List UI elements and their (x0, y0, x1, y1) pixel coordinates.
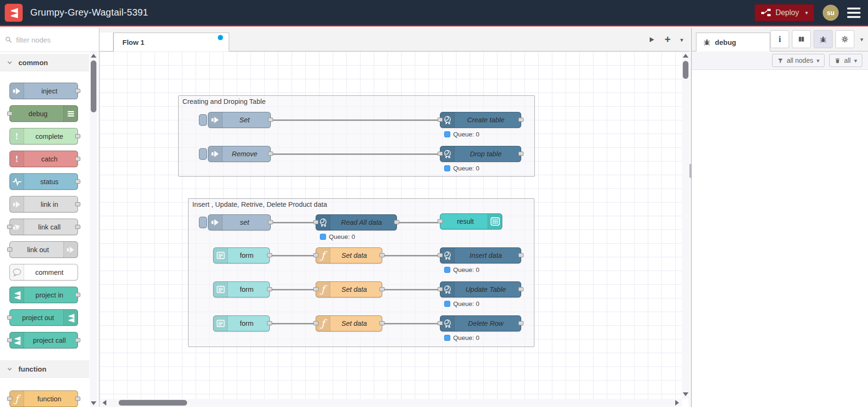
palette-node-catch[interactable]: ! catch (9, 151, 78, 167)
scroll-down-icon[interactable] (683, 392, 688, 396)
input-port[interactable] (438, 118, 443, 122)
flow-node-drop-table[interactable]: Drop table (440, 146, 521, 162)
canvas-horizontal-scrollbar[interactable] (100, 399, 682, 407)
input-port[interactable] (7, 225, 12, 229)
add-flow-button[interactable]: + (665, 34, 671, 45)
info-tab-button[interactable]: i (770, 30, 789, 48)
flow-canvas[interactable]: Creating and Droping Table Set Create ta… (100, 51, 690, 407)
palette-node-link-out[interactable]: link out (9, 241, 78, 258)
wire[interactable] (270, 222, 317, 223)
wire[interactable] (381, 323, 441, 324)
palette-search-input[interactable] (16, 36, 82, 44)
output-port[interactable] (75, 338, 80, 342)
input-port[interactable] (7, 397, 12, 401)
palette-node-project-call[interactable]: project call (9, 332, 78, 348)
output-port[interactable] (394, 220, 399, 224)
output-port[interactable] (75, 134, 80, 138)
flow-node-result-table[interactable]: result (440, 213, 502, 229)
wire[interactable] (381, 255, 441, 256)
user-avatar[interactable]: su (823, 5, 839, 21)
input-port[interactable] (313, 253, 318, 257)
wire[interactable] (270, 153, 441, 155)
debug-filter-button[interactable]: all nodes ▾ (772, 54, 825, 67)
input-port[interactable] (7, 111, 12, 116)
input-port[interactable] (438, 152, 443, 156)
output-port[interactable] (518, 118, 524, 122)
wire[interactable] (270, 119, 441, 121)
input-port[interactable] (7, 247, 12, 252)
flow-node-form-1[interactable]: form (213, 247, 270, 263)
main-menu-button[interactable] (847, 8, 860, 18)
output-port[interactable] (75, 157, 80, 161)
input-port[interactable] (438, 287, 443, 291)
input-port[interactable] (438, 321, 443, 325)
output-port[interactable] (267, 287, 272, 291)
tab-debug[interactable]: debug (696, 33, 770, 51)
wire[interactable] (269, 323, 317, 324)
flow-node-inject-set[interactable]: Set (208, 112, 271, 128)
flow-list-caret-icon[interactable]: ▾ (680, 36, 683, 43)
output-port[interactable] (75, 293, 80, 297)
palette-node-complete[interactable]: ! complete (9, 128, 78, 144)
scroll-up-icon[interactable] (91, 54, 96, 58)
wire[interactable] (381, 289, 441, 290)
palette-node-function[interactable]: ƒ function (9, 390, 78, 407)
scrollbar-thumb[interactable] (683, 61, 688, 79)
palette-scrollbar[interactable] (90, 52, 97, 407)
deploy-button[interactable]: Deploy ▾ (755, 4, 814, 21)
flow-node-function-set-data-3[interactable]: ƒ Set data (316, 315, 382, 331)
flow-node-form-3[interactable]: form (213, 315, 270, 331)
input-port[interactable] (313, 321, 318, 325)
palette-category-common[interactable]: common (0, 54, 89, 71)
tab-flow-1[interactable]: Flow 1 (113, 33, 229, 51)
output-port[interactable] (75, 225, 80, 229)
output-port[interactable] (267, 321, 272, 325)
scroll-down-icon[interactable] (91, 401, 96, 405)
flow-node-function-set-data-2[interactable]: ƒ Set data (316, 281, 382, 297)
tab-scroll-right-icon[interactable] (648, 36, 655, 43)
scrollbar-thumb[interactable] (91, 60, 96, 112)
palette-node-comment[interactable]: comment (9, 264, 78, 280)
palette-node-inject[interactable]: inject (9, 83, 78, 99)
input-port[interactable] (7, 338, 12, 342)
output-port[interactable] (379, 287, 385, 291)
flow-node-read-all-data[interactable]: Read All data (316, 214, 397, 230)
sidebar-options-caret-icon[interactable]: ▾ (860, 36, 863, 43)
palette-node-status[interactable]: status (9, 173, 78, 190)
flow-node-create-table[interactable]: Create table (440, 112, 521, 128)
flow-node-inject-remove[interactable]: Remove (208, 146, 271, 162)
help-tab-button[interactable] (792, 30, 811, 48)
output-port[interactable] (518, 253, 524, 257)
scroll-up-icon[interactable] (683, 54, 688, 58)
input-port[interactable] (7, 315, 12, 320)
canvas-vertical-scrollbar[interactable] (682, 51, 690, 399)
input-port[interactable] (438, 253, 443, 257)
inject-button[interactable] (199, 148, 207, 160)
wire[interactable] (269, 255, 317, 256)
scrollbar-thumb[interactable] (119, 400, 187, 406)
output-port[interactable] (268, 118, 273, 122)
group-creating-dropping-table[interactable]: Creating and Droping Table (178, 95, 535, 177)
inject-button[interactable] (199, 217, 207, 228)
flow-node-form-2[interactable]: form (213, 281, 270, 297)
output-port[interactable] (75, 397, 80, 401)
palette-node-link-call[interactable]: link call (9, 219, 78, 235)
output-port[interactable] (75, 202, 80, 206)
palette-category-function[interactable]: function (0, 360, 89, 378)
debug-tab-button[interactable] (814, 30, 833, 48)
wire[interactable] (396, 222, 441, 223)
output-port[interactable] (75, 89, 80, 93)
scroll-right-icon[interactable] (675, 400, 679, 406)
output-port[interactable] (75, 179, 80, 184)
debug-clear-button[interactable]: all ▾ (829, 54, 862, 67)
output-port[interactable] (379, 321, 385, 325)
wire[interactable] (269, 289, 317, 290)
output-port[interactable] (518, 321, 524, 325)
flow-node-function-set-data-1[interactable]: ƒ Set data (316, 247, 382, 263)
palette-node-debug[interactable]: debug (9, 105, 78, 122)
inject-button[interactable] (199, 114, 207, 126)
input-port[interactable] (313, 287, 318, 291)
flow-node-insert-data[interactable]: Insert data (440, 247, 521, 263)
config-tab-button[interactable] (835, 30, 854, 48)
flow-node-delete-row[interactable]: Delete Row (440, 315, 521, 331)
